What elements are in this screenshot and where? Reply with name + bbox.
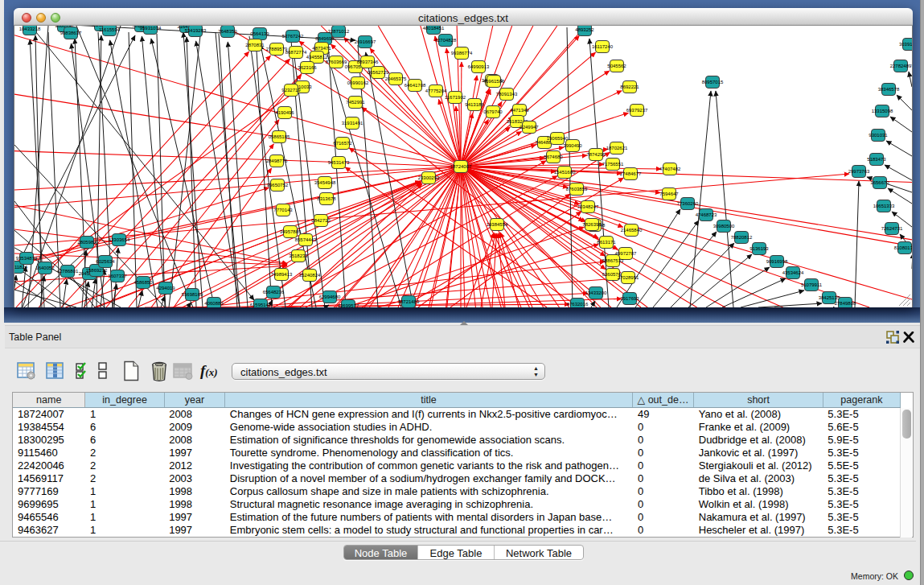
svg-text:85574443: 85574443 xyxy=(295,237,317,242)
svg-text:38346578: 38346578 xyxy=(878,87,900,92)
svg-text:4060883: 4060883 xyxy=(204,301,224,306)
svg-text:61595148: 61595148 xyxy=(250,303,272,307)
svg-text:1607337: 1607337 xyxy=(108,274,127,278)
svg-text:64641708: 64641708 xyxy=(405,83,426,88)
svg-text:62704828: 62704828 xyxy=(435,38,457,43)
svg-text:86872774: 86872774 xyxy=(285,50,307,55)
svg-text:47775204: 47775204 xyxy=(425,89,447,93)
svg-text:99650752: 99650752 xyxy=(267,183,289,187)
svg-text:87603859: 87603859 xyxy=(566,187,588,192)
svg-text:53419283: 53419283 xyxy=(185,28,207,33)
svg-text:53767242: 53767242 xyxy=(282,34,304,39)
svg-text:0679740: 0679740 xyxy=(483,109,503,114)
svg-text:06562729: 06562729 xyxy=(368,70,389,75)
svg-text:05865185: 05865185 xyxy=(269,134,290,139)
svg-text:15451680: 15451680 xyxy=(554,170,576,175)
svg-text:18702621: 18702621 xyxy=(606,146,628,150)
svg-text:4873471: 4873471 xyxy=(312,46,331,51)
svg-text:38425135: 38425135 xyxy=(819,295,840,300)
svg-text:15869232: 15869232 xyxy=(86,268,108,273)
svg-text:32871012: 32871012 xyxy=(328,29,350,34)
svg-text:18724007: 18724007 xyxy=(450,164,472,169)
svg-text:31931491: 31931491 xyxy=(342,121,363,126)
svg-text:0249947: 0249947 xyxy=(519,125,539,130)
svg-text:28498776: 28498776 xyxy=(266,159,288,163)
svg-text:4294019: 4294019 xyxy=(156,286,175,290)
svg-text:10651333: 10651333 xyxy=(873,204,895,208)
svg-text:19065940: 19065940 xyxy=(547,136,569,141)
svg-text:34957885: 34957885 xyxy=(280,229,302,234)
svg-text:9413186: 9413186 xyxy=(465,102,484,107)
svg-text:64990913: 64990913 xyxy=(468,64,490,69)
svg-text:4586850: 4586850 xyxy=(133,280,153,285)
svg-text:35240824: 35240824 xyxy=(299,273,321,278)
svg-text:51079911: 51079911 xyxy=(801,282,823,287)
svg-text:26916697: 26916697 xyxy=(355,39,376,44)
svg-text:2870831: 2870831 xyxy=(245,43,265,47)
svg-text:19384554: 19384554 xyxy=(487,222,508,227)
svg-text:12411824: 12411824 xyxy=(14,265,28,270)
svg-text:20465375: 20465375 xyxy=(385,76,407,81)
svg-text:77360260: 77360260 xyxy=(677,201,699,206)
svg-text:30391171: 30391171 xyxy=(899,42,912,47)
svg-text:0842710: 0842710 xyxy=(311,218,331,223)
svg-text:27849808: 27849808 xyxy=(835,301,856,306)
svg-text:7648350: 7648350 xyxy=(218,29,237,34)
svg-text:6716572: 6716572 xyxy=(333,141,352,146)
svg-text:13433200: 13433200 xyxy=(585,290,607,295)
svg-text:3518233: 3518233 xyxy=(289,253,308,258)
svg-text:74989413: 74989413 xyxy=(271,272,293,277)
svg-text:7874296: 7874296 xyxy=(586,152,606,157)
svg-text:69379237: 69379237 xyxy=(626,108,648,113)
svg-text:88937346: 88937346 xyxy=(357,60,379,64)
svg-text:80957015: 80957015 xyxy=(702,80,724,84)
svg-text:65648236: 65648236 xyxy=(263,290,285,295)
svg-text:4190496: 4190496 xyxy=(275,110,294,115)
svg-text:4471349: 4471349 xyxy=(510,108,529,113)
svg-text:9301031: 9301031 xyxy=(869,133,888,138)
svg-text:38721489: 38721489 xyxy=(398,299,420,304)
svg-text:4893252: 4893252 xyxy=(575,27,594,32)
svg-text:95931034: 95931034 xyxy=(140,26,162,31)
svg-text:27484677: 27484677 xyxy=(620,171,642,176)
svg-text:8849696: 8849696 xyxy=(315,36,335,41)
svg-text:3990490: 3990490 xyxy=(563,143,582,148)
svg-text:7917693: 7917693 xyxy=(620,296,639,301)
svg-text:55698169: 55698169 xyxy=(182,292,203,297)
svg-text:7452991: 7452991 xyxy=(346,100,365,105)
svg-text:1640052: 1640052 xyxy=(35,266,55,270)
svg-text:06990162: 06990162 xyxy=(347,80,369,85)
svg-text:7826398: 7826398 xyxy=(582,222,602,227)
svg-text:22782489: 22782489 xyxy=(890,64,912,68)
svg-text:16117240: 16117240 xyxy=(592,44,614,49)
svg-text:99386774: 99386774 xyxy=(451,51,473,56)
svg-text:81080132: 81080132 xyxy=(894,245,912,250)
svg-text:71756551: 71756551 xyxy=(602,162,624,167)
svg-text:47468723: 47468723 xyxy=(696,212,717,217)
svg-text:2805982: 2805982 xyxy=(77,240,97,245)
svg-text:67632016: 67632016 xyxy=(567,302,589,307)
svg-text:6025634: 6025634 xyxy=(96,259,115,264)
svg-text:27028951: 27028951 xyxy=(618,275,639,280)
svg-text:8692221: 8692221 xyxy=(620,84,639,89)
svg-text:11671902: 11671902 xyxy=(445,95,466,100)
svg-text:78091343: 78091343 xyxy=(496,92,518,97)
svg-text:93534874: 93534874 xyxy=(16,256,38,261)
svg-text:1656670: 1656670 xyxy=(870,180,889,185)
svg-text:78820812: 78820812 xyxy=(731,235,753,240)
svg-text:43699577: 43699577 xyxy=(338,303,359,307)
svg-text:90916998: 90916998 xyxy=(766,259,788,264)
svg-text:29973763: 29973763 xyxy=(848,169,870,174)
svg-text:5674680: 5674680 xyxy=(544,154,563,159)
svg-text:9232719: 9232719 xyxy=(281,88,301,93)
svg-text:42786801: 42786801 xyxy=(57,269,79,274)
svg-text:13315098: 13315098 xyxy=(872,109,893,113)
svg-text:5045562: 5045562 xyxy=(607,64,626,68)
svg-text:48018451: 48018451 xyxy=(423,26,445,31)
svg-text:43534624: 43534624 xyxy=(782,270,804,275)
svg-text:9136193: 9136193 xyxy=(749,246,769,251)
svg-text:30980500: 30980500 xyxy=(713,224,735,229)
svg-text:43303654: 43303654 xyxy=(109,237,130,242)
svg-text:94531473: 94531473 xyxy=(328,160,350,165)
svg-text:7594647: 7594647 xyxy=(659,192,679,196)
